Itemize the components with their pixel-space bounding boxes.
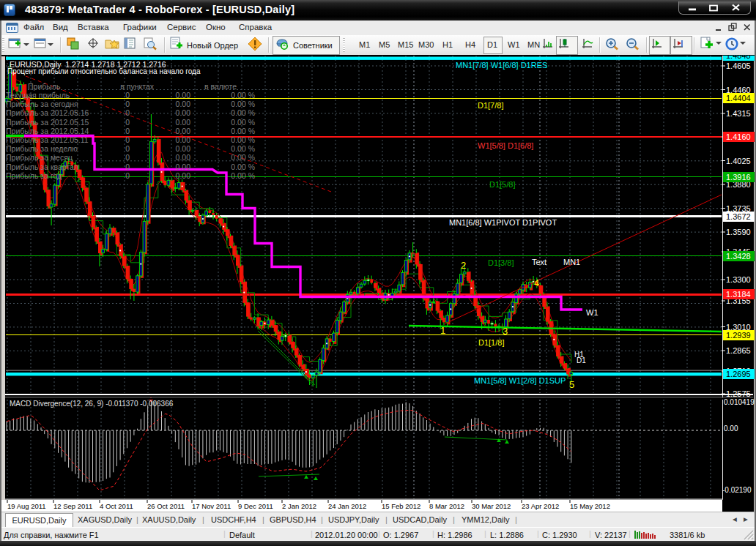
svg-text:0.00: 0.00 (176, 127, 191, 135)
svg-text:1.3735: 1.3735 (726, 204, 751, 213)
svg-text:26 Oct 2011: 26 Oct 2011 (147, 502, 185, 510)
svg-text:17 Nov 2011: 17 Nov 2011 (192, 502, 231, 510)
svg-text:0.010419: 0.010419 (724, 398, 755, 406)
svg-text:3: 3 (503, 326, 508, 337)
svg-text:0.00 %: 0.00 % (231, 127, 255, 135)
svg-text:1.2695: 1.2695 (726, 370, 751, 378)
svg-text:MN1[5/8] W1[2/8] D1SUP: MN1[5/8] W1[2/8] D1SUP (474, 376, 566, 385)
svg-text:0: 0 (125, 91, 130, 100)
svg-text:0.00: 0.00 (176, 171, 191, 180)
svg-text:0: 0 (125, 118, 130, 127)
svg-text:0.00 %: 0.00 % (231, 108, 255, 117)
svg-text:1.2939: 1.2939 (726, 331, 751, 340)
svg-text:1.2865: 1.2865 (726, 346, 751, 355)
svg-text:Прибыль за 2012.05.14: Прибыль за 2012.05.14 (6, 127, 89, 135)
svg-text:0.00: 0.00 (176, 162, 191, 171)
svg-text:23 Apr 2012: 23 Apr 2012 (522, 502, 559, 510)
svg-text:0.00 %: 0.00 % (231, 118, 255, 127)
svg-text:15 May 2012: 15 May 2012 (570, 502, 610, 510)
svg-text:W1: W1 (586, 308, 598, 317)
svg-text:0.00: 0.00 (176, 118, 191, 127)
svg-text:в пунктах: в пунктах (120, 82, 154, 91)
svg-text:1.3300: 1.3300 (726, 275, 751, 284)
svg-text:5: 5 (569, 379, 574, 390)
svg-text:Прибыль за неделю: Прибыль за неделю (6, 144, 78, 153)
svg-text:0: 0 (125, 127, 130, 135)
svg-text:0.00: 0.00 (176, 144, 191, 153)
svg-text:0.00 %: 0.00 % (231, 171, 255, 180)
svg-text:1: 1 (440, 325, 445, 336)
svg-text:1.4605: 1.4605 (726, 61, 751, 70)
svg-text:D1[1/8]: D1[1/8] (478, 338, 504, 347)
svg-text:0: 0 (125, 100, 130, 108)
svg-text:0: 0 (125, 171, 130, 180)
svg-text:MN1[6/8] W1PIVOT D1PIVOT: MN1[6/8] W1PIVOT D1PIVOT (449, 218, 557, 227)
svg-text:Прибыль за год: Прибыль за год (6, 171, 62, 180)
svg-text:Прибыль: Прибыль (28, 82, 61, 91)
svg-text:1.4848: 1.4848 (726, 56, 751, 60)
svg-text:0.00: 0.00 (176, 100, 191, 108)
svg-text:-0.02190: -0.02190 (722, 486, 752, 494)
svg-text:1.4404: 1.4404 (726, 94, 751, 102)
svg-text:MN1: MN1 (563, 258, 580, 266)
svg-text:D1: D1 (577, 356, 586, 364)
svg-text:1.2575: 1.2575 (726, 389, 751, 398)
svg-text:1.3184: 1.3184 (726, 290, 751, 299)
svg-text:0.00: 0.00 (176, 135, 191, 144)
svg-text:30 Mar 2012: 30 Mar 2012 (472, 502, 511, 510)
svg-text:8 Mar 2012: 8 Mar 2012 (429, 502, 464, 510)
svg-text:1.3590: 1.3590 (726, 228, 751, 236)
svg-text:0.00 %: 0.00 % (231, 162, 255, 171)
svg-text:Прибыль за месяц: Прибыль за месяц (6, 153, 73, 162)
svg-text:1.4460: 1.4460 (726, 86, 751, 94)
svg-text:0.00 %: 0.00 % (231, 100, 255, 108)
svg-text:0.00 %: 0.00 % (231, 144, 255, 153)
svg-text:Прибыль за 2012.05.11: Прибыль за 2012.05.11 (6, 135, 89, 144)
svg-text:в валюте: в валюте (204, 82, 237, 91)
svg-text:12 Sep 2011: 12 Sep 2011 (53, 502, 92, 510)
svg-text:D1[5/8]: D1[5/8] (489, 180, 515, 189)
svg-text:MACD Divergence(12, 26, 9) -0.: MACD Divergence(12, 26, 9) -0.011370 -0.… (10, 400, 174, 408)
svg-text:D1[7/8]: D1[7/8] (478, 101, 503, 110)
svg-text:0.00: 0.00 (724, 425, 738, 433)
svg-text:0: 0 (125, 153, 130, 162)
svg-text:0.00: 0.00 (176, 153, 191, 162)
svg-text:19 Aug 2011: 19 Aug 2011 (7, 502, 46, 510)
svg-text:0: 0 (125, 135, 130, 144)
svg-text:0.00: 0.00 (176, 91, 191, 100)
svg-text:1.4315: 1.4315 (726, 109, 751, 118)
svg-text:4 Oct 2011: 4 Oct 2011 (100, 502, 133, 510)
svg-text:0: 0 (125, 162, 130, 171)
svg-text:0: 0 (125, 108, 130, 117)
svg-text:Текущая прибыль: Текущая прибыль (6, 91, 70, 100)
svg-text:1.3916: 1.3916 (726, 173, 751, 182)
svg-text:1.3428: 1.3428 (726, 252, 751, 261)
svg-text:1.3010: 1.3010 (726, 323, 751, 332)
svg-text:W1[5/8] D1[6/8]: W1[5/8] D1[6/8] (478, 141, 533, 150)
svg-text:9 Dec 2011: 9 Dec 2011 (238, 502, 273, 510)
svg-text:MN1[7/8] W1[6/8] D1RES: MN1[7/8] W1[6/8] D1RES (456, 61, 547, 70)
svg-text:1.4160: 1.4160 (726, 132, 751, 141)
svg-text:Прибыль за квартал: Прибыль за квартал (6, 162, 78, 171)
svg-text:2: 2 (461, 260, 466, 271)
svg-text:4: 4 (534, 277, 539, 288)
svg-text:0.00 %: 0.00 % (231, 153, 255, 162)
svg-text:Прибыль за 2012.05.15: Прибыль за 2012.05.15 (6, 118, 89, 127)
svg-text:15 Feb 2012: 15 Feb 2012 (382, 502, 420, 510)
svg-text:2 Jan 2012: 2 Jan 2012 (282, 502, 316, 510)
svg-text:Прибыль за сегодня: Прибыль за сегодня (6, 100, 78, 108)
svg-text:D1[3/8]: D1[3/8] (488, 258, 514, 267)
svg-text:0.00 %: 0.00 % (231, 91, 255, 100)
svg-text:24 Jan 2012: 24 Jan 2012 (328, 502, 366, 510)
svg-text:Text: Text (532, 258, 546, 266)
svg-text:1.3672: 1.3672 (726, 212, 751, 221)
svg-text:0.00: 0.00 (176, 108, 191, 117)
svg-text:1.4025: 1.4025 (726, 157, 751, 165)
svg-text:0.00 %: 0.00 % (231, 135, 255, 144)
svg-text:Прибыль за 2012.05.16: Прибыль за 2012.05.16 (6, 108, 89, 117)
svg-text:Процент прибыли относительно б: Процент прибыли относительно баланса на … (7, 67, 201, 75)
svg-text:0: 0 (125, 144, 130, 153)
